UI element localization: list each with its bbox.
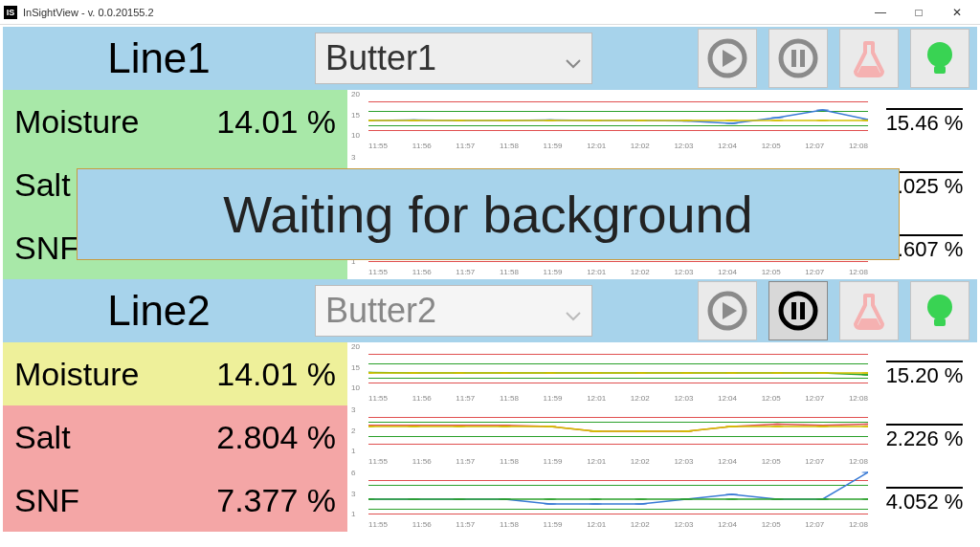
svg-point-113 <box>589 430 602 431</box>
line2-block: Line2 Butter2 Moisture <box>3 279 977 532</box>
param-name-label: Moisture <box>14 103 216 141</box>
svg-point-133 <box>408 498 421 499</box>
svg-point-125 <box>589 503 602 504</box>
svg-point-28 <box>816 120 830 120</box>
line1-moisture-row: Moisture 14.01 % 20151011:5511:5611:5711… <box>3 90 977 153</box>
param-name-label: Moisture <box>14 356 216 393</box>
line2-play-button[interactable] <box>698 281 757 340</box>
svg-point-128 <box>725 493 739 494</box>
svg-point-111 <box>499 426 512 427</box>
svg-point-137 <box>589 498 602 499</box>
svg-rect-68 <box>791 302 796 319</box>
svg-point-142 <box>816 498 830 499</box>
pause-icon <box>777 290 819 332</box>
svg-point-1 <box>781 41 815 76</box>
svg-point-115 <box>679 430 693 431</box>
svg-point-99 <box>499 425 512 426</box>
line2-pause-button[interactable] <box>768 281 828 340</box>
svg-point-89 <box>589 372 602 373</box>
svg-point-15 <box>770 117 784 118</box>
param-value-label: 7.377 % <box>216 482 336 519</box>
svg-point-23 <box>589 120 602 120</box>
svg-point-117 <box>770 426 784 427</box>
svg-point-88 <box>544 372 557 373</box>
svg-point-97 <box>408 425 421 426</box>
svg-rect-3 <box>800 50 805 67</box>
svg-point-20 <box>453 120 466 120</box>
svg-point-4 <box>927 42 952 67</box>
line1-moisture-chart: 20151011:5511:5611:5711:5811:5912:0112:0… <box>347 90 872 153</box>
svg-point-135 <box>499 498 512 499</box>
svg-point-136 <box>544 498 557 499</box>
svg-point-24 <box>635 120 648 120</box>
svg-point-86 <box>453 372 466 373</box>
svg-rect-71 <box>934 318 946 326</box>
chevron-down-icon <box>565 38 582 78</box>
svg-point-124 <box>544 503 557 504</box>
line2-snf-chart: 63111:5511:5611:5711:5811:5912:0112:0212… <box>347 469 872 532</box>
svg-point-21 <box>499 120 512 120</box>
play-icon <box>706 290 748 332</box>
flask-icon <box>848 37 890 79</box>
svg-point-126 <box>635 503 648 504</box>
svg-point-19 <box>408 120 421 120</box>
line2-bulb-button[interactable] <box>910 281 969 340</box>
svg-point-105 <box>770 424 784 425</box>
svg-point-131 <box>861 471 868 472</box>
svg-point-92 <box>725 372 739 373</box>
svg-point-85 <box>408 372 421 373</box>
svg-point-139 <box>679 498 693 499</box>
line2-moisture-left: Moisture 14.01 % <box>3 342 347 405</box>
maximize-button[interactable]: □ <box>900 0 938 25</box>
svg-rect-69 <box>800 302 805 319</box>
svg-point-112 <box>544 426 557 427</box>
app-body: Line1 Butter1 Moistu <box>0 25 980 547</box>
line2-flask-button[interactable] <box>839 281 899 340</box>
line2-salt-right: 2.226 % <box>872 405 977 469</box>
waiting-overlay: Waiting for background <box>77 168 900 260</box>
line2-salt-row: Salt 2.804 % 32111:5511:5611:5711:5811:5… <box>3 405 977 469</box>
svg-point-70 <box>927 295 952 319</box>
svg-point-114 <box>635 430 648 431</box>
svg-point-94 <box>816 372 830 373</box>
svg-point-26 <box>725 120 739 120</box>
flask-icon <box>848 290 890 332</box>
line1-product-select[interactable]: Butter1 <box>315 33 592 84</box>
line2-snf-right: 4.052 % <box>872 469 977 532</box>
play-icon <box>706 37 748 79</box>
line2-product-select[interactable]: Butter2 <box>315 285 592 337</box>
param-value-label: 14.01 % <box>216 356 336 393</box>
line1-bulb-button[interactable] <box>910 29 969 88</box>
svg-point-22 <box>544 120 557 120</box>
line2-moisture-chart: 20151011:5511:5611:5711:5811:5912:0112:0… <box>347 342 872 405</box>
line1-header: Line1 Butter1 <box>3 27 977 90</box>
minimize-button[interactable]: — <box>861 0 900 25</box>
param-value-label: 14.01 % <box>216 103 336 141</box>
line2-product-label: Butter2 <box>325 291 436 331</box>
window-title: InSightView - v. 0.0.20155.2 <box>23 7 154 18</box>
svg-point-27 <box>770 120 784 120</box>
line2-salt-chart: 32111:5511:5611:5711:5811:5912:0112:0212… <box>347 405 872 469</box>
svg-point-93 <box>770 372 784 373</box>
window-titlebar: IS InSightView - v. 0.0.20155.2 — □ ✕ <box>0 0 980 25</box>
line2-salt-left: Salt 2.804 % <box>3 405 347 469</box>
svg-point-87 <box>499 372 512 373</box>
svg-point-106 <box>816 425 830 426</box>
close-button[interactable]: ✕ <box>938 0 976 25</box>
svg-point-116 <box>725 426 739 427</box>
line1-flask-button[interactable] <box>839 29 899 88</box>
chevron-down-icon <box>565 291 582 331</box>
line1-product-label: Butter1 <box>325 38 436 78</box>
param-value-label: 2.804 % <box>216 419 336 456</box>
svg-point-141 <box>770 498 784 499</box>
svg-point-140 <box>725 498 739 499</box>
line1-play-button[interactable] <box>698 29 757 88</box>
app-icon: IS <box>4 6 17 19</box>
svg-point-134 <box>453 498 466 499</box>
line1-pause-button[interactable] <box>768 29 828 88</box>
svg-point-90 <box>635 372 648 373</box>
svg-point-91 <box>679 372 693 373</box>
pause-icon <box>777 37 819 79</box>
svg-point-14 <box>725 122 739 123</box>
line1-moisture-left: Moisture 14.01 % <box>3 90 347 153</box>
